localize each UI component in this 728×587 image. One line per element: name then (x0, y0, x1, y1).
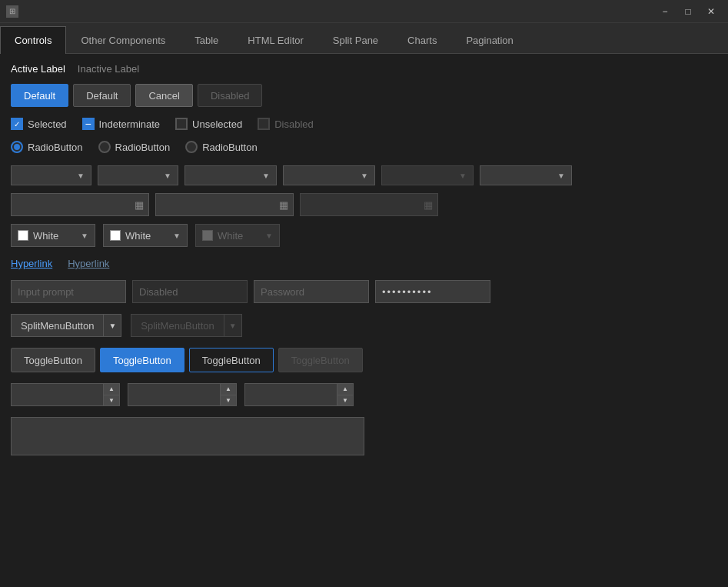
color-row: White ▼ White ▼ White ▼ (11, 224, 717, 247)
tab-charts[interactable]: Charts (393, 26, 451, 54)
date-input-1[interactable]: ▦ (11, 193, 149, 216)
content-area: Active Label Inactive Label Default Defa… (0, 54, 728, 475)
title-bar: ⊞ − □ ✕ (0, 0, 728, 23)
split-menu-button-1[interactable]: SplitMenuButton ▼ (11, 314, 121, 337)
textarea-row (11, 417, 717, 458)
chevron-down-icon-2: ▼ (164, 172, 171, 180)
radio-unselected-2-label: RadioButton (202, 142, 258, 153)
checkbox-indeterminate-box[interactable]: − (82, 118, 95, 130)
dropdown-4[interactable]: ▼ (283, 165, 375, 185)
checkbox-selected[interactable]: ✓ Selected (11, 118, 67, 130)
title-bar-left: ⊞ (6, 5, 18, 18)
spinner-3[interactable]: ▲ ▼ (244, 383, 354, 406)
tab-html-editor[interactable]: HTML Editor (233, 26, 317, 54)
spinner-3-input[interactable] (244, 383, 337, 406)
split-menu-button-1-arrow[interactable]: ▼ (103, 314, 121, 337)
dropdown-3[interactable]: ▼ (184, 165, 277, 185)
radio-unselected-2-circle[interactable] (185, 141, 198, 153)
dropdown-2[interactable]: ▼ (98, 165, 178, 185)
spinner-2[interactable]: ▲ ▼ (128, 383, 237, 406)
date-input-2[interactable]: ▦ (155, 193, 294, 216)
checkbox-disabled-label: Disabled (274, 118, 314, 130)
spinner-2-up[interactable]: ▲ (221, 384, 236, 395)
radio-row: RadioButton RadioButton RadioButton (11, 141, 717, 153)
radio-unselected-2[interactable]: RadioButton (185, 141, 258, 153)
radio-selected-circle[interactable] (11, 141, 23, 153)
checkbox-selected-box[interactable]: ✓ (11, 118, 23, 130)
split-menu-button-2-main: SplitMenuButton (131, 314, 223, 337)
spinner-1[interactable]: ▲ ▼ (11, 383, 120, 406)
chevron-down-icon-color-3: ▼ (265, 232, 273, 240)
toggle-button-2-active[interactable]: ToggleButton (100, 348, 184, 372)
tab-other-components[interactable]: Other Components (66, 26, 180, 54)
chevron-down-icon-1: ▼ (77, 172, 85, 180)
split-menu-button-2-disabled: SplitMenuButton ▼ (131, 314, 241, 337)
buttons-row: Default Default Cancel Disabled (11, 84, 717, 107)
default-inactive-button[interactable]: Default (73, 84, 131, 107)
tab-table[interactable]: Table (180, 26, 233, 54)
spinner-2-down[interactable]: ▼ (221, 395, 236, 406)
color-picker-1[interactable]: White ▼ (11, 224, 95, 247)
checkbox-disabled-box (258, 118, 270, 130)
date-input-3-disabled: ▦ (300, 193, 438, 216)
checkbox-indeterminate-label: Indeterminate (99, 118, 161, 130)
default-active-button[interactable]: Default (11, 84, 68, 107)
color-swatch-3 (202, 230, 213, 241)
inputs-row (11, 280, 717, 303)
radio-selected-label: RadioButton (28, 142, 83, 153)
password-filled-field[interactable] (375, 280, 490, 303)
spinner-3-down[interactable]: ▼ (337, 395, 353, 406)
spinner-3-up[interactable]: ▲ (337, 384, 353, 395)
radio-unselected-1[interactable]: RadioButton (98, 141, 171, 153)
cancel-button[interactable]: Cancel (135, 84, 192, 107)
spinner-1-down[interactable]: ▼ (104, 395, 119, 406)
radio-unselected-1-circle[interactable] (98, 141, 111, 153)
hyperlink-active[interactable]: Hyperlink (11, 258, 52, 269)
checkbox-disabled: Disabled (258, 118, 314, 130)
color-swatch-2 (110, 230, 121, 241)
minimize-button[interactable]: − (654, 4, 676, 19)
tab-bar: Controls Other Components Table HTML Edi… (0, 23, 728, 54)
dropdown-6[interactable]: ▼ (480, 165, 572, 185)
calendar-icon-1[interactable]: ▦ (135, 199, 144, 211)
spinner-1-controls: ▲ ▼ (103, 383, 120, 406)
dropdowns-row: ▼ ▼ ▼ ▼ ▼ ▼ (11, 165, 717, 185)
chevron-down-icon-4: ▼ (361, 172, 368, 180)
spinner-1-up[interactable]: ▲ (104, 384, 119, 395)
chevron-down-icon-3: ▼ (262, 172, 270, 180)
calendar-icon-2[interactable]: ▦ (279, 199, 288, 211)
radio-inner-dot (14, 144, 20, 150)
spinner-2-controls: ▲ ▼ (220, 383, 237, 406)
maximize-button[interactable]: □ (677, 4, 699, 19)
tab-controls[interactable]: Controls (0, 26, 66, 54)
checkbox-unselected[interactable]: Unselected (175, 118, 242, 130)
close-button[interactable]: ✕ (700, 4, 722, 19)
password-input-field[interactable] (254, 280, 369, 303)
inactive-label: Inactive Label (78, 63, 139, 75)
checkbox-unselected-box[interactable] (175, 118, 188, 130)
text-area[interactable] (11, 417, 364, 455)
chevron-down-icon-5: ▼ (459, 172, 467, 180)
checkbox-indeterminate[interactable]: − Indeterminate (82, 118, 161, 130)
color-picker-2[interactable]: White ▼ (103, 224, 188, 247)
spinner-3-controls: ▲ ▼ (337, 383, 354, 406)
color-picker-2-label: White (125, 230, 151, 242)
labels-row: Active Label Inactive Label (11, 63, 717, 75)
chevron-down-icon-color-1: ▼ (81, 232, 88, 240)
checkbox-selected-label: Selected (28, 118, 67, 130)
radio-selected[interactable]: RadioButton (11, 141, 83, 153)
spinner-1-input[interactable] (11, 383, 103, 406)
dropdown-1[interactable]: ▼ (11, 165, 91, 185)
toggle-button-1[interactable]: ToggleButton (11, 348, 95, 372)
date-row: ▦ ▦ ▦ (11, 193, 717, 216)
tab-split-pane[interactable]: Split Pane (318, 26, 393, 54)
toggle-button-3-border[interactable]: ToggleButton (189, 348, 274, 372)
calendar-icon-3: ▦ (424, 199, 433, 211)
color-picker-1-label: White (33, 230, 58, 242)
hyperlink-inactive[interactable]: Hyperlink (68, 258, 109, 269)
toggle-row: ToggleButton ToggleButton ToggleButton T… (11, 348, 717, 372)
split-menu-button-1-main[interactable]: SplitMenuButton (11, 314, 103, 337)
tab-pagination[interactable]: Pagination (451, 26, 527, 54)
input-prompt-field[interactable] (11, 280, 126, 303)
spinner-2-input[interactable] (128, 383, 220, 406)
